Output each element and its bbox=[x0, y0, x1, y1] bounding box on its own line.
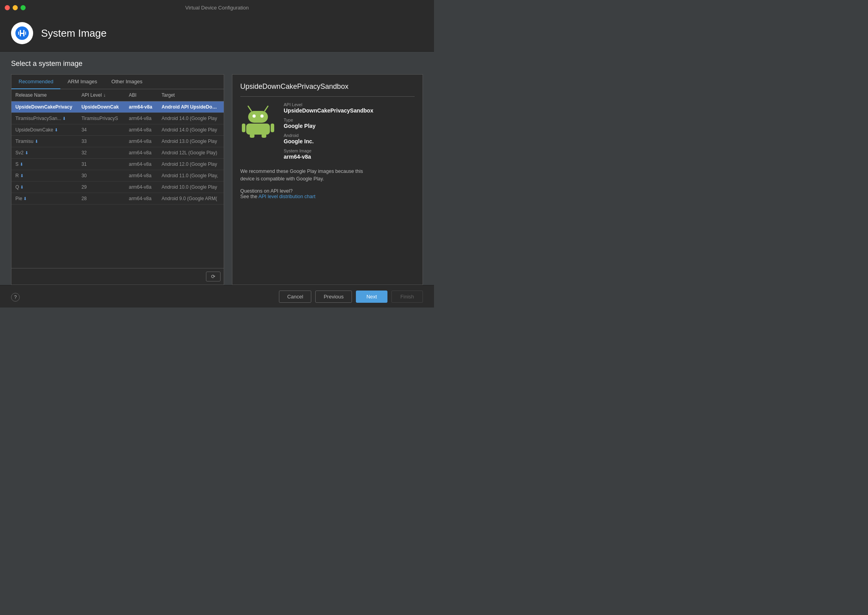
cell-abi: arm64-v8a bbox=[125, 170, 157, 182]
finish-button[interactable]: Finish bbox=[391, 291, 423, 303]
window-controls bbox=[5, 5, 26, 10]
cell-target: Android 14.0 (Google Play bbox=[158, 113, 224, 124]
cell-release-name: TiramisuPrivacySan...⬇ bbox=[11, 113, 77, 124]
svg-rect-6 bbox=[246, 124, 270, 135]
col-api-level[interactable]: API Level ↓ bbox=[77, 89, 125, 101]
table-row[interactable]: Tiramisu⬇ 33 arm64-v8a Android 13.0 (Goo… bbox=[11, 136, 224, 147]
cell-release-name: UpsideDownCakePrivacy bbox=[11, 101, 77, 113]
content-area: Recommended ARM Images Other Images Rele… bbox=[11, 74, 423, 285]
download-icon: ⬇ bbox=[20, 185, 24, 190]
cell-abi: arm64-v8a bbox=[125, 136, 157, 147]
cell-release-name: Pie⬇ bbox=[11, 193, 77, 204]
cell-api-level: 29 bbox=[77, 182, 125, 193]
minimize-button[interactable] bbox=[13, 5, 18, 10]
refresh-button[interactable]: ⟳ bbox=[206, 272, 221, 281]
table-row[interactable]: R⬇ 30 arm64-v8a Android 11.0 (Google Pla… bbox=[11, 170, 224, 182]
cell-release-name: Tiramisu⬇ bbox=[11, 136, 77, 147]
field-api-level: API Level UpsideDownCakePrivacySandbox bbox=[284, 102, 373, 114]
field-type: Type Google Play bbox=[284, 118, 373, 129]
cell-target: Android 9.0 (Google ARM( bbox=[158, 193, 224, 204]
download-icon: ⬇ bbox=[20, 162, 23, 167]
android-robot-icon bbox=[240, 102, 276, 138]
col-abi: ABI bbox=[125, 89, 157, 101]
cell-abi: arm64-v8a bbox=[125, 182, 157, 193]
download-icon: ⬇ bbox=[54, 128, 58, 133]
maximize-button[interactable] bbox=[21, 5, 26, 10]
svg-point-5 bbox=[260, 114, 264, 118]
table-row[interactable]: UpsideDownCakePrivacy UpsideDownCak arm6… bbox=[11, 101, 224, 113]
cell-api-level: 32 bbox=[77, 147, 125, 159]
footer: ? Cancel Previous Next Finish bbox=[0, 285, 434, 308]
download-icon: ⬇ bbox=[23, 196, 27, 201]
system-image-table: Release Name API Level ↓ ABI Target bbox=[11, 89, 224, 268]
cell-release-name: S⬇ bbox=[11, 159, 77, 170]
cell-target: Android 12.0 (Google Play bbox=[158, 159, 224, 170]
main-content: Select a system image Recommended ARM Im… bbox=[0, 52, 434, 285]
svg-rect-10 bbox=[262, 134, 266, 138]
selected-image-title: UpsideDownCakePrivacySandbox bbox=[240, 82, 415, 97]
table-row[interactable]: Pie⬇ 28 arm64-v8a Android 9.0 (Google AR… bbox=[11, 193, 224, 204]
cell-api-level: 33 bbox=[77, 136, 125, 147]
api-link-row: See the API level distribution chart bbox=[240, 194, 415, 199]
help-button[interactable]: ? bbox=[11, 293, 20, 302]
cell-target: Android API UpsideDown( bbox=[158, 101, 224, 113]
titlebar: Virtual Device Configuration bbox=[0, 0, 434, 15]
svg-point-4 bbox=[253, 114, 256, 118]
cell-target: Android 10.0 (Google Play bbox=[158, 182, 224, 193]
next-button[interactable]: Next bbox=[356, 291, 387, 303]
cell-target: Android 12L (Google Play) bbox=[158, 147, 224, 159]
table-footer: ⟳ bbox=[11, 268, 224, 285]
close-button[interactable] bbox=[5, 5, 10, 10]
previous-button[interactable]: Previous bbox=[315, 291, 352, 303]
header: System Image bbox=[0, 15, 434, 52]
download-icon: ⬇ bbox=[20, 173, 24, 178]
cell-abi: arm64-v8a bbox=[125, 124, 157, 136]
cell-target: Android 11.0 (Google Play, bbox=[158, 170, 224, 182]
cell-abi: arm64-v8a bbox=[125, 101, 157, 113]
table-row[interactable]: UpsideDownCake⬇ 34 arm64-v8a Android 14.… bbox=[11, 124, 224, 136]
cell-release-name: Q⬇ bbox=[11, 182, 77, 193]
cell-release-name: UpsideDownCake⬇ bbox=[11, 124, 77, 136]
table-row[interactable]: Sv2⬇ 32 arm64-v8a Android 12L (Google Pl… bbox=[11, 147, 224, 159]
tab-other-images[interactable]: Other Images bbox=[104, 75, 150, 89]
svg-rect-3 bbox=[248, 111, 268, 123]
svg-rect-7 bbox=[242, 124, 245, 132]
cell-api-level: 30 bbox=[77, 170, 125, 182]
cell-api-level: TiramisuPrivacyS bbox=[77, 113, 125, 124]
table-row[interactable]: S⬇ 31 arm64-v8a Android 12.0 (Google Pla… bbox=[11, 159, 224, 170]
svg-rect-9 bbox=[250, 134, 254, 138]
right-panel: UpsideDownCakePrivacySandbox bbox=[232, 74, 423, 285]
cancel-button[interactable]: Cancel bbox=[279, 291, 311, 303]
field-android: Android Google Inc. bbox=[284, 133, 373, 144]
col-target: Target bbox=[158, 89, 224, 101]
svg-line-2 bbox=[265, 106, 268, 111]
cell-release-name: R⬇ bbox=[11, 170, 77, 182]
download-icon: ⬇ bbox=[35, 139, 38, 144]
cell-abi: arm64-v8a bbox=[125, 193, 157, 204]
section-title: Select a system image bbox=[11, 60, 423, 68]
app-icon bbox=[11, 22, 33, 44]
cell-api-level: 34 bbox=[77, 124, 125, 136]
table-header-row: Release Name API Level ↓ ABI Target bbox=[11, 89, 224, 101]
svg-line-1 bbox=[248, 106, 251, 111]
window-title: Virtual Device Configuration bbox=[185, 5, 249, 11]
download-icon: ⬇ bbox=[25, 150, 28, 156]
cell-api-level: UpsideDownCak bbox=[77, 101, 125, 113]
cell-abi: arm64-v8a bbox=[125, 113, 157, 124]
left-panel: Recommended ARM Images Other Images Rele… bbox=[11, 74, 224, 285]
api-level-chart-link[interactable]: API level distribution chart bbox=[258, 194, 316, 199]
cell-abi: arm64-v8a bbox=[125, 159, 157, 170]
svg-rect-8 bbox=[271, 124, 274, 132]
table-row[interactable]: TiramisuPrivacySan...⬇ TiramisuPrivacyS … bbox=[11, 113, 224, 124]
table-row[interactable]: Q⬇ 29 arm64-v8a Android 10.0 (Google Pla… bbox=[11, 182, 224, 193]
info-fields: API Level UpsideDownCakePrivacySandbox T… bbox=[284, 102, 373, 160]
cell-target: Android 13.0 (Google Play bbox=[158, 136, 224, 147]
api-question-text: Questions on API level? bbox=[240, 188, 415, 194]
tab-arm-images[interactable]: ARM Images bbox=[60, 75, 104, 89]
field-system-image: System Image arm64-v8a bbox=[284, 148, 373, 160]
cell-release-name: Sv2⬇ bbox=[11, 147, 77, 159]
cell-abi: arm64-v8a bbox=[125, 147, 157, 159]
tab-recommended[interactable]: Recommended bbox=[11, 75, 60, 89]
cell-target: Android 14.0 (Google Play bbox=[158, 124, 224, 136]
api-info: Questions on API level? See the API leve… bbox=[240, 188, 415, 199]
